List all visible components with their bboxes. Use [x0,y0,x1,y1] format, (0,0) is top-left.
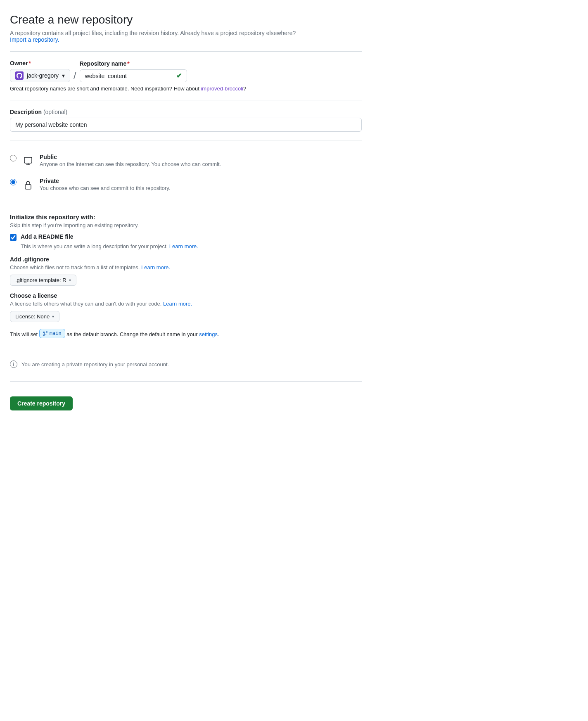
private-icon [21,178,35,192]
gitignore-chevron: ▾ [69,278,71,282]
visibility-public-radio[interactable] [10,155,17,161]
description-input[interactable] [10,118,362,132]
description-label: Description (optional) [10,109,362,115]
svg-rect-0 [24,157,32,163]
separator-slash: / [74,70,76,82]
visibility-public-option: Public Anyone on the internet can see th… [10,149,362,173]
owner-chevron: ▾ [62,72,65,79]
page-title: Create a new repository [10,13,362,26]
branch-notice-divider [10,347,362,347]
branch-badge: main [39,329,65,338]
private-label: Private [40,178,171,184]
create-repository-button[interactable]: Create repository [10,396,73,410]
name-description-divider [10,100,362,100]
owner-required-star: * [29,60,31,66]
settings-link[interactable]: settings [199,331,218,337]
gitignore-selected: .gitignore template: R [15,277,66,283]
header-divider [10,51,362,52]
description-optional: (optional) [43,109,67,115]
readme-checkbox-row: Add a README file [10,233,362,241]
readme-label: Add a README file [21,233,74,240]
license-title: Choose a license [10,292,362,299]
gitignore-title: Add .gitignore [10,256,362,263]
branch-name: main [50,330,62,337]
private-description: You choose who can see and commit to thi… [40,185,171,191]
public-text: Public Anyone on the internet can see th… [40,154,221,167]
info-notice-text: You are creating a private repository in… [21,361,169,368]
license-description: A license tells others what they can and… [10,301,362,307]
repo-name-input[interactable] [85,73,173,79]
gitignore-dropdown[interactable]: .gitignore template: R ▾ [10,275,76,286]
info-notice: i You are creating a private repository … [10,356,362,373]
owner-label: Owner* [10,60,70,66]
visibility-section: Public Anyone on the internet can see th… [10,149,362,197]
owner-field-group: Owner* jack-gregory ▾ [10,60,70,82]
repo-name-label: Repository name* [80,60,187,67]
import-repository-link[interactable]: Import a repository. [10,36,59,43]
gitignore-learn-more-link[interactable]: Learn more. [141,264,170,270]
initialize-title: Initialize this repository with: [10,213,362,221]
branch-icon [43,331,48,336]
default-branch-text: This will set main as the default branch… [10,329,362,339]
page-subtitle: A repository contains all project files,… [10,30,362,43]
info-icon: i [10,360,17,368]
visibility-private-option: Private You choose who can see and commi… [10,173,362,197]
initialize-section: Initialize this repository with: Skip th… [10,213,362,322]
initialize-subtitle: Skip this step if you're importing an ex… [10,222,362,228]
license-dropdown[interactable]: License: None ▾ [10,311,59,322]
license-learn-more-link[interactable]: Learn more. [163,301,192,307]
license-chevron: ▾ [52,314,54,319]
readme-checkbox[interactable] [10,234,17,241]
owner-username: jack-gregory [27,72,59,79]
readme-description: This is where you can write a long descr… [21,243,362,249]
visibility-private-radio[interactable] [10,179,17,185]
license-selected: License: None [15,313,50,320]
private-text: Private You choose who can see and commi… [40,178,171,191]
public-description: Anyone on the internet can see this repo… [40,161,221,167]
description-section: Description (optional) [10,109,362,132]
svg-rect-3 [25,185,31,189]
repo-name-field-group: Repository name* ✔ [80,60,187,82]
repo-name-input-wrapper: ✔ [80,69,187,82]
owner-avatar-icon [17,73,22,78]
visibility-initialize-divider [10,205,362,205]
owner-avatar [15,71,24,80]
public-icon [21,154,35,168]
gitignore-description: Choose which files not to track from a l… [10,264,362,270]
repo-name-valid-icon: ✔ [176,72,182,80]
owner-dropdown[interactable]: jack-gregory ▾ [10,69,70,82]
notice-button-divider [10,381,362,382]
repo-name-required-star: * [127,60,129,67]
repo-name-suggestion: Great repository names are short and mem… [10,85,362,92]
owner-repo-row: Owner* jack-gregory ▾ / Repository name*… [10,60,362,82]
description-visibility-divider [10,140,362,140]
suggestion-link[interactable]: improved-broccoli [201,85,243,92]
public-label: Public [40,154,221,160]
readme-learn-more-link[interactable]: Learn more. [169,243,198,249]
